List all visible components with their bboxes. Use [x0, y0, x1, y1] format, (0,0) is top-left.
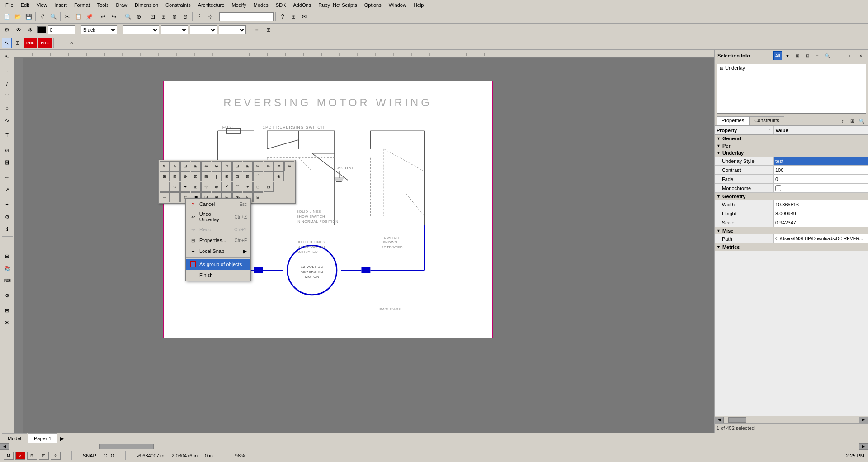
ft-more1[interactable]: ⊕	[284, 161, 294, 171]
modify-tool[interactable]: ⚙	[1, 211, 13, 223]
ft-extend[interactable]: ⊡	[232, 171, 242, 181]
ft-properties[interactable]: ≡	[274, 161, 284, 171]
library-tool[interactable]: 📚	[1, 262, 13, 274]
menu-edit[interactable]: Edit	[17, 1, 33, 9]
properties-button[interactable]: ≡	[252, 25, 262, 35]
layer-visibility-btn[interactable]: 👁	[14, 25, 24, 35]
menu-dimension[interactable]: Dimension	[131, 1, 162, 9]
commandline-tool[interactable]: ⌨	[1, 275, 13, 286]
horizontal-scrollbar[interactable]: ◀ ▶	[0, 443, 868, 450]
props-section-metrics-header[interactable]: ▼ Metrics	[715, 243, 868, 251]
menu-view[interactable]: View	[33, 1, 51, 9]
blocks-tool[interactable]: ⊞	[1, 250, 13, 262]
si-list-btn[interactable]: ≡	[813, 51, 822, 60]
menu-ruby[interactable]: Ruby .Net Scripts	[315, 1, 361, 9]
tab-properties[interactable]: Properties	[717, 116, 749, 125]
line-tool[interactable]: /	[1, 78, 13, 90]
menu-modes[interactable]: Modes	[250, 1, 272, 9]
monochrome-val[interactable]	[774, 184, 868, 192]
canvas-area[interactable]: | | | | | | | | | | | | | | | | | | | |	[14, 50, 714, 433]
ft-fillet[interactable]: ⌒	[253, 171, 263, 181]
circle-btn[interactable]: ○	[66, 38, 76, 48]
cm-redo[interactable]: ↪ Redo Ctrl+Y	[186, 224, 250, 235]
ft-snap-int[interactable]: ✦	[180, 182, 190, 192]
hscroll-track[interactable]	[9, 443, 859, 450]
menu-file[interactable]: File	[2, 1, 17, 9]
si-all-btn[interactable]: All	[773, 51, 782, 60]
hatch-tool[interactable]: ⊘	[1, 144, 13, 156]
props-sort-btn[interactable]: ↕	[838, 116, 847, 125]
new-button[interactable]: 📄	[2, 12, 12, 22]
help-icon-button[interactable]: ?	[278, 12, 288, 22]
info-tool[interactable]: ℹ	[1, 223, 13, 235]
point-tool[interactable]: ·	[1, 66, 13, 77]
si-pin-btn[interactable]: ×	[856, 51, 865, 60]
grid-toggle-btn[interactable]: ⊞	[27, 452, 37, 460]
polar-toggle-btn[interactable]: ⊹	[51, 452, 61, 460]
ft-group[interactable]: ⊡	[180, 161, 190, 171]
si-grid-btn[interactable]: ⊟	[803, 51, 812, 60]
zoom-in-button[interactable]: ⊕	[170, 12, 179, 22]
si-filter-btn[interactable]: ▼	[783, 51, 792, 60]
redo-button[interactable]: ↪	[109, 12, 119, 22]
find-button[interactable]: 🔍	[123, 12, 133, 22]
find-replace-button[interactable]: ⊕	[134, 12, 144, 22]
settings-tool[interactable]: ⚙	[1, 290, 13, 301]
props-section-general-header[interactable]: ▼ General	[715, 135, 868, 142]
menu-window[interactable]: Window	[385, 1, 410, 9]
cm-local-snap[interactable]: ✦ Local Snap ▶	[186, 246, 250, 257]
cut-button[interactable]: ✂	[62, 12, 72, 22]
right-panel-hscroll[interactable]: ◀ ▶	[715, 416, 868, 423]
menu-constraints[interactable]: Constraints	[162, 1, 194, 9]
ft-explode[interactable]: ⊞	[191, 161, 201, 171]
tree-area[interactable]: ⊞ Underlay	[717, 64, 866, 114]
menu-tools[interactable]: Tools	[94, 1, 113, 9]
linescale-select[interactable]	[190, 25, 217, 34]
menu-insert[interactable]: Insert	[51, 1, 71, 9]
ft-more3[interactable]: ⊡	[253, 182, 263, 192]
ft-mirror[interactable]: ⊞	[243, 161, 253, 171]
menu-sdk[interactable]: SDK	[272, 1, 290, 9]
ft-select[interactable]: ↖	[160, 161, 170, 171]
menu-help[interactable]: Help	[410, 1, 428, 9]
menu-architecture[interactable]: Architecture	[194, 1, 228, 9]
layers-tool[interactable]: ≡	[1, 238, 13, 250]
save-button[interactable]: 💾	[24, 12, 33, 22]
snap-free-button[interactable]: ⊹	[205, 12, 215, 22]
print-button[interactable]: 🖨	[38, 12, 47, 22]
snap-grid-button[interactable]: ⋮	[194, 12, 204, 22]
copy-button[interactable]: 📋	[73, 12, 83, 22]
si-table-btn[interactable]: ⊞	[793, 51, 802, 60]
print-preview-button[interactable]: 🔍	[48, 12, 58, 22]
cm-finish[interactable]: Finish	[186, 270, 250, 281]
layer-manager-button[interactable]: ⊞	[288, 12, 298, 22]
ft-snap-tan[interactable]: ⌒	[232, 182, 242, 192]
hscroll-right-btn[interactable]: ▶	[859, 443, 868, 450]
si-close-panel-btn[interactable]: _	[836, 51, 845, 60]
si-maximize-btn[interactable]: □	[846, 51, 855, 60]
ft-copy2[interactable]: ⊟	[170, 171, 180, 181]
cm-properties[interactable]: ⊞ Properties... Ctrl+F	[186, 235, 250, 246]
ft-offset[interactable]: ∥	[212, 171, 222, 181]
cm-undo-underlay[interactable]: ↩ Undo Underlay Ctrl+Z	[186, 210, 250, 224]
fade-val[interactable]: 0	[774, 175, 868, 183]
layer-settings-btn[interactable]: ⚙	[2, 25, 12, 35]
hscroll-left-btn[interactable]: ◀	[0, 443, 9, 450]
ft-rotate[interactable]: ↻	[222, 161, 232, 171]
layer-number-input[interactable]: 0	[48, 25, 75, 34]
ft-copy[interactable]: ⊗	[212, 161, 222, 171]
pdf-export-btn[interactable]: PDF	[24, 38, 37, 48]
curve-tool[interactable]: ∿	[1, 114, 13, 126]
extra-button[interactable]: ⊞	[264, 25, 274, 35]
scale-val[interactable]: 0.942347	[774, 218, 868, 227]
leader-tool[interactable]: ↗	[1, 184, 13, 195]
contrast-val[interactable]: 100	[774, 166, 868, 174]
ft-measure[interactable]: ⊕	[274, 171, 284, 181]
ft-more7[interactable]: ⊞	[253, 192, 263, 202]
ft-shear[interactable]: ⊡	[191, 171, 201, 181]
props-section-geometry-header[interactable]: ▼ Geometry	[715, 193, 868, 200]
ft-snap-angle[interactable]: ∠	[222, 182, 232, 192]
ft-delete[interactable]: ✂	[253, 161, 263, 171]
menu-draw[interactable]: Draw	[112, 1, 131, 9]
props-section-misc-header[interactable]: ▼ Misc	[715, 227, 868, 234]
